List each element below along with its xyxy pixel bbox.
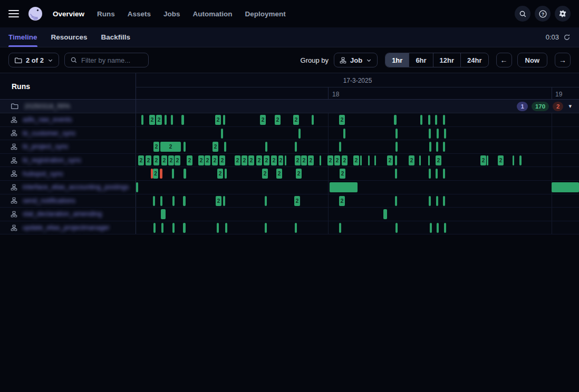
run-bar[interactable]: 2	[256, 155, 262, 165]
run-bar[interactable]	[298, 129, 301, 139]
run-bar[interactable]: 2	[248, 155, 254, 165]
run-bar[interactable]: 2	[175, 155, 180, 165]
run-bar[interactable]	[221, 129, 223, 139]
range-24hr[interactable]: 24hr	[460, 53, 488, 67]
run-bar[interactable]	[429, 169, 431, 179]
run-bar[interactable]: 2	[308, 155, 314, 165]
run-bar[interactable]	[265, 142, 267, 152]
run-bar[interactable]: 2	[301, 155, 307, 165]
run-bar[interactable]	[395, 169, 397, 179]
run-bar[interactable]	[339, 223, 341, 233]
run-bar[interactable]: 2	[339, 115, 345, 125]
run-bar[interactable]	[513, 155, 514, 165]
run-bar[interactable]	[184, 142, 186, 152]
run-bar[interactable]: 2	[260, 115, 266, 125]
nav-item-runs[interactable]: Runs	[97, 10, 115, 18]
run-bar[interactable]: 2	[153, 155, 159, 165]
run-bar[interactable]: 2	[334, 155, 340, 165]
settings-button[interactable]	[555, 6, 571, 22]
run-bar[interactable]	[444, 129, 446, 139]
refresh-icon[interactable]	[563, 34, 571, 41]
run-bar[interactable]: 2	[153, 169, 158, 179]
run-name[interactable]: bi_registration_sync	[23, 156, 81, 164]
run-name[interactable]: bi_project_sync	[23, 143, 69, 150]
tab-timeline[interactable]: Timeline	[8, 27, 37, 47]
run-bar[interactable]	[172, 196, 175, 206]
run-bar[interactable]	[265, 196, 267, 206]
run-bar[interactable]: 2	[409, 155, 414, 165]
run-bar[interactable]: 2	[340, 169, 345, 179]
run-bar[interactable]	[295, 142, 297, 152]
run-bar[interactable]: 2	[327, 155, 333, 165]
run-bar[interactable]	[368, 155, 370, 165]
run-bar[interactable]: 2	[264, 155, 269, 165]
group-by-dropdown[interactable]: Job	[334, 53, 378, 67]
run-bar[interactable]: 2	[168, 155, 174, 165]
run-bar[interactable]	[443, 142, 445, 152]
search-button[interactable]	[515, 6, 530, 22]
run-bar[interactable]	[330, 182, 358, 192]
run-bar[interactable]: 2	[138, 155, 144, 165]
run-bar[interactable]: 2	[198, 155, 204, 165]
run-bar[interactable]	[339, 142, 341, 152]
run-bar[interactable]: 2	[342, 155, 348, 165]
run-bar[interactable]	[436, 142, 438, 152]
run-bar[interactable]	[395, 196, 397, 206]
run-bar[interactable]	[312, 115, 314, 125]
nav-item-deployment[interactable]: Deployment	[245, 10, 286, 18]
count-badge-green[interactable]: 170	[532, 102, 549, 111]
run-name[interactable]: send_notifications	[23, 197, 75, 204]
range-1hr[interactable]: 1hr	[385, 53, 409, 67]
run-bar[interactable]	[183, 223, 186, 233]
run-bar[interactable]: 2	[161, 155, 167, 165]
run-bar[interactable]: 2	[387, 155, 393, 165]
run-bar[interactable]	[225, 223, 227, 233]
run-bar[interactable]: 2	[242, 155, 247, 165]
run-bar[interactable]: 2	[217, 169, 223, 179]
run-bar[interactable]	[437, 129, 439, 139]
nav-item-overview[interactable]: Overview	[53, 10, 84, 18]
timeline-now-button[interactable]: Now	[517, 53, 547, 67]
run-bar[interactable]	[223, 196, 225, 206]
run-bar[interactable]	[136, 182, 138, 192]
run-bar[interactable]: 2	[436, 155, 441, 165]
run-bar[interactable]	[171, 115, 173, 125]
tab-backfills[interactable]: Backfills	[101, 27, 131, 47]
run-bar[interactable]	[435, 115, 437, 125]
run-bar[interactable]: 2	[235, 155, 240, 165]
run-bar[interactable]	[487, 155, 488, 165]
run-bar[interactable]	[165, 115, 167, 125]
filter-input[interactable]	[81, 56, 143, 64]
run-bar[interactable]	[295, 223, 297, 233]
run-bar[interactable]	[428, 115, 430, 125]
run-bar[interactable]	[183, 196, 186, 206]
run-bar[interactable]	[395, 223, 398, 233]
run-name[interactable]: adls_raw_events	[23, 116, 72, 123]
run-bar[interactable]	[285, 155, 286, 165]
run-bar[interactable]	[343, 129, 345, 139]
run-bar[interactable]: 2	[278, 155, 283, 165]
run-bar[interactable]	[223, 115, 225, 125]
run-bar[interactable]	[141, 115, 143, 125]
run-bar[interactable]	[395, 129, 398, 139]
run-bar[interactable]: 2	[216, 196, 221, 206]
menu-icon[interactable]	[8, 10, 19, 17]
run-bar[interactable]: 2	[480, 155, 486, 165]
run-bar[interactable]: 2	[339, 196, 345, 206]
run-bar[interactable]	[419, 155, 421, 165]
run-bar[interactable]	[172, 169, 174, 179]
run-bar[interactable]	[217, 223, 219, 233]
run-bar[interactable]	[320, 155, 321, 165]
run-bar[interactable]: 2	[295, 155, 301, 165]
run-bar[interactable]: 2	[498, 155, 504, 165]
run-bar[interactable]: 2	[293, 115, 299, 125]
run-bar[interactable]	[153, 196, 155, 206]
run-bar[interactable]	[552, 182, 579, 192]
run-bar[interactable]: 2	[296, 169, 302, 179]
run-bar[interactable]	[443, 196, 445, 206]
run-name[interactable]: hubspot_sync	[23, 170, 63, 178]
run-bar[interactable]: 2	[271, 155, 277, 165]
run-bar[interactable]	[395, 142, 398, 152]
run-name[interactable]: stat_declaration_amending	[23, 210, 102, 218]
run-bar[interactable]: 2	[294, 196, 300, 206]
